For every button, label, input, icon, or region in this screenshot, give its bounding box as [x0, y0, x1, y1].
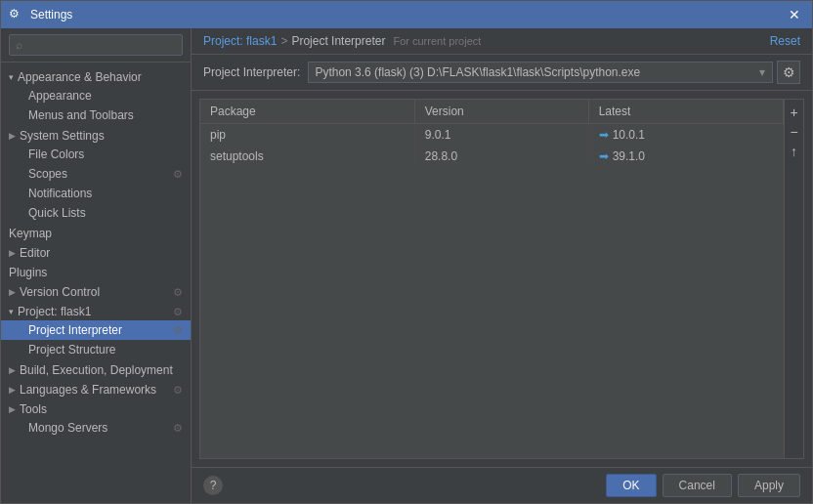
sidebar-item-menus-toolbars[interactable]: Menus and Toolbars — [1, 105, 191, 125]
chevron-right-icon-2: ▶ — [9, 248, 16, 258]
packages-panel: Package Version Latest pip 9.0.1 ➡10.0.1 — [199, 99, 804, 459]
sidebar-item-version-control[interactable]: ▶ Version Control ⚙ — [1, 281, 191, 301]
search-input[interactable] — [9, 34, 183, 56]
chevron-right-icon-6: ▶ — [9, 404, 16, 414]
interpreter-select[interactable]: Python 3.6 (flask) (3) D:\FLASK\flask1\f… — [308, 62, 773, 83]
col-latest: Latest — [588, 100, 783, 124]
col-version: Version — [414, 100, 588, 124]
window-title: Settings — [30, 8, 785, 21]
breadcrumb-note: For current project — [393, 35, 481, 47]
sidebar-item-plugins[interactable]: Plugins — [1, 262, 191, 281]
title-bar: ⚙ Settings ✕ — [1, 1, 812, 28]
package-latest-setuptools: ➡39.1.0 — [588, 146, 783, 167]
interpreter-gear-button[interactable]: ⚙ — [777, 61, 800, 84]
chevron-down-icon-2: ▾ — [9, 307, 14, 316]
package-version-setuptools: 28.8.0 — [414, 146, 588, 167]
table-row[interactable]: setuptools 28.8.0 ➡39.1.0 — [200, 146, 784, 167]
upgrade-arrow-icon: ➡ — [599, 128, 609, 142]
chevron-right-icon-5: ▶ — [9, 385, 16, 395]
nav-tree: ▾ Appearance & Behavior Appearance Menus… — [1, 63, 191, 503]
sidebar-item-system-settings[interactable]: ▶ System Settings — [1, 125, 191, 145]
settings-icon: ⚙ — [9, 7, 24, 22]
apply-button[interactable]: Apply — [738, 474, 800, 497]
chevron-right-icon: ▶ — [9, 131, 16, 141]
cancel-button[interactable]: Cancel — [663, 474, 732, 497]
breadcrumb-bar: Project: flask1 > Project Interpreter Fo… — [192, 28, 812, 55]
add-package-button[interactable]: + — [786, 104, 803, 121]
sidebar-item-languages-frameworks[interactable]: ▶ Languages & Frameworks ⚙ — [1, 379, 191, 399]
package-name-pip: pip — [200, 124, 414, 147]
table-row[interactable]: pip 9.0.1 ➡10.0.1 — [200, 124, 784, 147]
breadcrumb-current: Project Interpreter — [291, 34, 385, 48]
search-box — [1, 28, 191, 63]
col-package: Package — [200, 100, 414, 124]
sidebar-item-keymap[interactable]: Keymap — [1, 223, 191, 242]
table-actions: + − ↑ — [784, 100, 803, 458]
upgrade-package-button[interactable]: ↑ — [786, 143, 803, 160]
remove-package-button[interactable]: − — [786, 123, 803, 141]
package-name-setuptools: setuptools — [200, 146, 414, 167]
upgrade-arrow-icon-2: ➡ — [599, 149, 609, 163]
package-version-pip: 9.0.1 — [414, 124, 588, 147]
sidebar-item-notifications[interactable]: Notifications — [1, 184, 191, 203]
bottom-bar: ? OK Cancel Apply — [192, 467, 812, 503]
main-content: ▾ Appearance & Behavior Appearance Menus… — [1, 28, 812, 503]
mongo-icon: ⚙ — [173, 422, 183, 435]
sidebar-item-mongo-servers[interactable]: Mongo Servers ⚙ — [1, 418, 191, 438]
project-icon: ⚙ — [173, 306, 183, 318]
sidebar: ▾ Appearance & Behavior Appearance Menus… — [1, 28, 192, 503]
package-latest-pip: ➡10.0.1 — [588, 124, 783, 147]
right-panel: Project: flask1 > Project Interpreter Fo… — [192, 28, 812, 503]
reset-link[interactable]: Reset — [770, 34, 800, 48]
interpreter-bar: Project Interpreter: Python 3.6 (flask) … — [192, 55, 812, 91]
lf-icon: ⚙ — [173, 384, 183, 397]
sidebar-item-project-structure[interactable]: Project Structure — [1, 340, 191, 359]
chevron-right-icon-4: ▶ — [9, 365, 16, 375]
scope-icon: ⚙ — [173, 168, 183, 181]
chevron-right-icon-3: ▶ — [9, 287, 16, 297]
sidebar-item-scopes[interactable]: Scopes ⚙ — [1, 164, 191, 184]
sidebar-item-file-colors[interactable]: File Colors — [1, 145, 191, 164]
help-button[interactable]: ? — [203, 476, 223, 495]
sidebar-item-quick-lists[interactable]: Quick Lists — [1, 203, 191, 223]
packages-table: Package Version Latest pip 9.0.1 ➡10.0.1 — [200, 100, 784, 458]
close-button[interactable]: ✕ — [785, 5, 804, 24]
sidebar-item-editor[interactable]: ▶ Editor — [1, 242, 191, 262]
ok-button[interactable]: OK — [606, 474, 656, 497]
sidebar-item-project-flask1[interactable]: ▾ Project: flask1 ⚙ — [1, 301, 191, 320]
interpreter-select-wrapper: Python 3.6 (flask) (3) D:\FLASK\flask1\f… — [308, 62, 773, 83]
vc-icon: ⚙ — [173, 286, 183, 299]
settings-window: ⚙ Settings ✕ ▾ Appearance & Behavior App… — [0, 0, 813, 504]
sidebar-item-tools[interactable]: ▶ Tools — [1, 399, 191, 418]
interpreter-icon: ⚙ — [173, 324, 183, 337]
interpreter-label: Project Interpreter: — [203, 65, 300, 79]
breadcrumb-separator: > — [280, 34, 287, 48]
sidebar-item-build-execution[interactable]: ▶ Build, Execution, Deployment — [1, 359, 191, 379]
chevron-down-icon: ▾ — [9, 72, 14, 82]
sidebar-item-appearance[interactable]: Appearance — [1, 86, 191, 105]
breadcrumb-project-link[interactable]: Project: flask1 — [203, 34, 277, 48]
sidebar-item-appearance-behavior[interactable]: ▾ Appearance & Behavior — [1, 66, 191, 86]
sidebar-item-project-interpreter[interactable]: Project Interpreter ⚙ — [1, 320, 191, 340]
